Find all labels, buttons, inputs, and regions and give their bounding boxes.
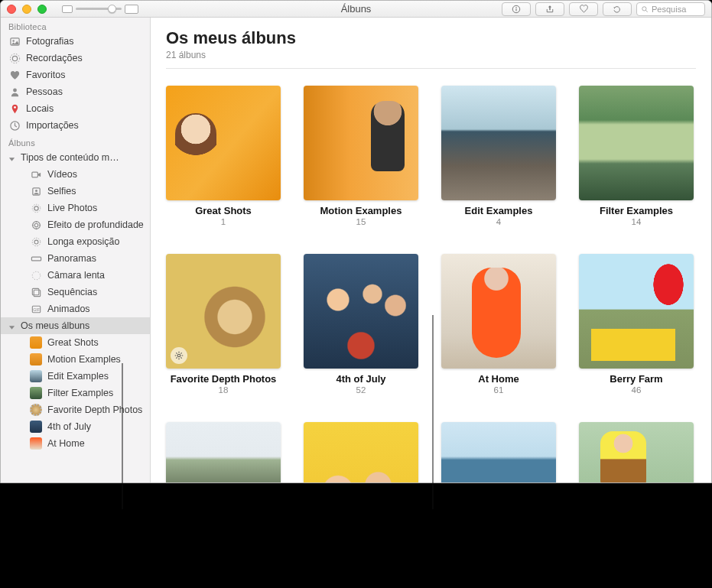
sidebar-item[interactable]: Panoramas xyxy=(1,250,150,267)
album-tile[interactable] xyxy=(166,422,281,482)
album-cover[interactable] xyxy=(166,254,281,369)
sidebar-item-label: Edit Examples xyxy=(47,371,144,382)
disclosure-triangle-icon[interactable] xyxy=(8,154,15,161)
sidebar-item-label: Câmara lenta xyxy=(47,270,144,281)
depth-icon xyxy=(30,219,42,231)
album-tile[interactable]: Great Shots1 xyxy=(166,86,281,226)
sidebar-item[interactable]: Efeito de profundidade xyxy=(1,216,150,233)
album-cover-image xyxy=(579,254,694,369)
sidebar-item[interactable]: Os meus álbuns xyxy=(1,317,150,334)
sidebar-item-label: Longa exposição xyxy=(47,236,144,247)
album-cover[interactable] xyxy=(304,422,418,482)
sidebar-item[interactable]: Locais xyxy=(1,100,150,117)
sidebar-item[interactable]: Fotografias xyxy=(1,33,150,50)
sidebar-item[interactable]: 4th of July xyxy=(1,418,150,435)
album-count: 1 xyxy=(166,217,281,226)
favorite-button[interactable] xyxy=(569,2,598,16)
sidebar: BibliotecaFotografiasRecordaçõesFavorito… xyxy=(1,18,151,482)
app-window: Álbuns Pesquisa BibliotecaFotografiasRec… xyxy=(0,0,712,483)
album-tile[interactable]: Filter Examples14 xyxy=(579,86,694,226)
info-button[interactable] xyxy=(502,2,531,16)
memories-icon xyxy=(8,52,21,64)
toolbar-right: Pesquisa xyxy=(502,2,705,16)
svg-line-4 xyxy=(645,10,647,11)
album-cover[interactable] xyxy=(166,422,281,482)
share-icon xyxy=(545,5,554,14)
album-tile[interactable]: Edit Examples4 xyxy=(441,86,556,226)
album-count: 18 xyxy=(166,385,281,395)
album-cover[interactable] xyxy=(441,422,556,482)
thumbnail-size-slider[interactable] xyxy=(76,8,122,10)
sidebar-item[interactable]: Pessoas xyxy=(1,83,150,100)
album-tile[interactable] xyxy=(304,422,418,482)
sidebar-item[interactable]: Great Shots xyxy=(1,334,150,351)
sidebar-item-label: Efeito de profundidade xyxy=(47,219,144,230)
share-button[interactable] xyxy=(535,2,564,16)
svg-point-22 xyxy=(32,271,41,280)
album-name: Edit Examples xyxy=(441,205,556,216)
sidebar-item[interactable]: Recordações xyxy=(1,50,150,67)
album-cover[interactable] xyxy=(304,254,418,369)
rotate-icon xyxy=(613,5,622,14)
fullscreen-window-button[interactable] xyxy=(37,5,47,14)
close-window-button[interactable] xyxy=(7,5,16,14)
sidebar-item[interactable]: Motion Examples xyxy=(1,351,150,368)
svg-point-7 xyxy=(12,56,17,60)
album-cover[interactable] xyxy=(304,86,418,200)
album-cover-image xyxy=(441,422,556,482)
search-field[interactable]: Pesquisa xyxy=(636,2,705,16)
album-name: 4th of July xyxy=(304,373,418,385)
album-tile[interactable]: Motion Examples15 xyxy=(304,86,418,226)
album-cover[interactable] xyxy=(579,254,694,369)
sidebar-item[interactable]: Selfies xyxy=(1,183,150,200)
album-cover[interactable] xyxy=(441,86,556,200)
sidebar-item[interactable]: Importações xyxy=(1,117,150,134)
sidebar-item[interactable]: Filter Examples xyxy=(1,385,150,401)
sidebar-item[interactable]: Live Photos xyxy=(1,200,150,216)
sidebar-item-label: Filter Examples xyxy=(47,388,144,398)
sidebar-item[interactable]: Vídeos xyxy=(1,166,150,183)
album-tile[interactable]: Berry Farm46 xyxy=(579,254,694,395)
sidebar-item[interactable]: Longa exposição xyxy=(1,233,150,250)
album-thumb-icon xyxy=(30,437,42,450)
svg-point-17 xyxy=(32,221,40,229)
album-tile[interactable] xyxy=(441,422,556,482)
album-tile[interactable]: At Home61 xyxy=(441,254,556,395)
album-tile[interactable] xyxy=(579,422,694,482)
sidebar-item-label: Pessoas xyxy=(26,86,144,97)
sidebar-item[interactable]: At Home xyxy=(1,435,150,452)
album-tile[interactable]: 4th of July52 xyxy=(304,254,418,395)
slider-knob[interactable] xyxy=(108,5,116,13)
window-controls xyxy=(7,5,47,14)
sidebar-item[interactable]: Edit Examples xyxy=(1,368,150,385)
svg-text:GIF: GIF xyxy=(33,307,40,311)
album-cover[interactable] xyxy=(579,422,694,482)
album-name: Filter Examples xyxy=(579,205,694,216)
svg-point-27 xyxy=(177,354,180,357)
thumbnail-size-control xyxy=(62,5,138,14)
sidebar-item[interactable]: Sequências xyxy=(1,284,150,300)
disclosure-triangle-icon[interactable] xyxy=(8,323,15,330)
search-icon xyxy=(641,5,649,13)
sidebar-item[interactable]: Favoritos xyxy=(1,67,150,83)
album-tile[interactable]: Favorite Depth Photos18 xyxy=(166,254,281,395)
album-cover[interactable] xyxy=(166,86,281,200)
info-icon xyxy=(512,5,521,14)
album-thumb-icon xyxy=(30,370,42,382)
sidebar-item[interactable]: Câmara lenta xyxy=(1,267,150,284)
album-count: 14 xyxy=(579,217,694,226)
rotate-button[interactable] xyxy=(603,2,632,16)
sidebar-item[interactable]: GIFAnimados xyxy=(1,300,150,317)
main-content: Os meus álbuns 21 álbuns Great Shots1Mot… xyxy=(151,18,711,482)
album-name: Great Shots xyxy=(166,205,281,216)
minimize-window-button[interactable] xyxy=(22,5,31,14)
svg-point-15 xyxy=(34,206,37,210)
sidebar-item[interactable]: Favorite Depth Photos xyxy=(1,401,150,418)
album-cover[interactable] xyxy=(579,86,694,200)
album-cover-image xyxy=(441,254,556,369)
album-cover[interactable] xyxy=(441,254,556,369)
longexp-icon xyxy=(30,236,42,248)
page-subtitle: 21 álbuns xyxy=(166,50,696,69)
sidebar-section-header: Biblioteca xyxy=(1,18,150,33)
sidebar-item[interactable]: Tipos de conteúdo m… xyxy=(1,149,150,166)
